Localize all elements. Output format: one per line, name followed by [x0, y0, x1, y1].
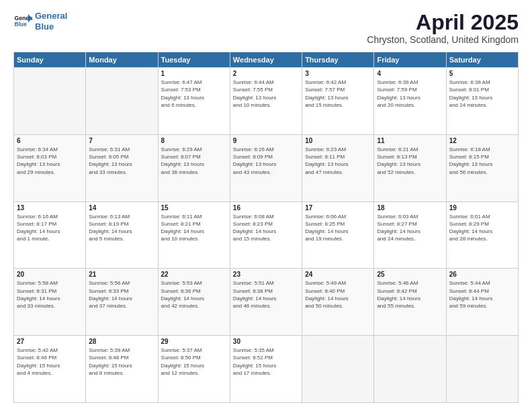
day-info: Sunrise: 5:46 AM Sunset: 8:42 PM Dayligh… [377, 279, 443, 310]
day-number: 20 [17, 271, 83, 278]
calendar-day: 27Sunrise: 5:42 AM Sunset: 8:46 PM Dayli… [14, 336, 86, 403]
col-tuesday: Tuesday [158, 52, 230, 68]
day-number: 17 [305, 204, 371, 212]
day-number: 13 [17, 204, 83, 212]
calendar-day [14, 68, 86, 135]
calendar-header-row: Sunday Monday Tuesday Wednesday Thursday… [14, 52, 519, 68]
calendar-day: 1Sunrise: 6:47 AM Sunset: 7:53 PM Daylig… [158, 68, 230, 135]
calendar-day [446, 336, 518, 403]
day-info: Sunrise: 6:03 AM Sunset: 8:27 PM Dayligh… [377, 213, 443, 243]
day-info: Sunrise: 6:34 AM Sunset: 8:03 PM Dayligh… [17, 146, 83, 176]
day-info: Sunrise: 6:26 AM Sunset: 8:09 PM Dayligh… [233, 146, 299, 176]
col-wednesday: Wednesday [230, 52, 302, 68]
calendar-day: 26Sunrise: 5:44 AM Sunset: 8:44 PM Dayli… [446, 269, 518, 336]
day-info: Sunrise: 6:16 AM Sunset: 8:17 PM Dayligh… [17, 213, 83, 243]
logo-line2: Blue [35, 21, 54, 32]
calendar-day: 2Sunrise: 6:44 AM Sunset: 7:55 PM Daylig… [230, 68, 302, 135]
day-info: Sunrise: 5:44 AM Sunset: 8:44 PM Dayligh… [449, 279, 515, 310]
calendar-week-2: 13Sunrise: 6:16 AM Sunset: 8:17 PM Dayli… [14, 201, 519, 269]
logo-line1: General [35, 11, 67, 21]
day-number: 12 [449, 137, 515, 144]
calendar-day: 13Sunrise: 6:16 AM Sunset: 8:17 PM Dayli… [14, 201, 86, 269]
calendar-day: 25Sunrise: 5:46 AM Sunset: 8:42 PM Dayli… [374, 269, 446, 336]
day-number: 10 [305, 137, 371, 144]
day-number: 28 [89, 338, 154, 345]
logo-icon: General Blue [13, 12, 32, 31]
day-info: Sunrise: 5:39 AM Sunset: 8:48 PM Dayligh… [89, 347, 154, 377]
day-info: Sunrise: 6:13 AM Sunset: 8:19 PM Dayligh… [89, 213, 154, 243]
calendar-day: 22Sunrise: 5:53 AM Sunset: 8:36 PM Dayli… [158, 269, 230, 336]
day-info: Sunrise: 6:06 AM Sunset: 8:25 PM Dayligh… [305, 213, 371, 243]
day-number: 24 [305, 271, 371, 278]
calendar: Sunday Monday Tuesday Wednesday Thursday… [13, 52, 519, 403]
calendar-day: 19Sunrise: 6:01 AM Sunset: 8:29 PM Dayli… [446, 201, 518, 269]
col-sunday: Sunday [14, 52, 86, 68]
day-number: 3 [305, 70, 371, 77]
header: General Blue General Blue April 2025 Chr… [13, 11, 519, 45]
day-number: 11 [377, 137, 443, 144]
day-info: Sunrise: 6:47 AM Sunset: 7:53 PM Dayligh… [161, 79, 227, 109]
calendar-day: 21Sunrise: 5:56 AM Sunset: 8:33 PM Dayli… [86, 269, 158, 336]
subtitle: Chryston, Scotland, United Kingdom [367, 34, 519, 45]
calendar-day: 16Sunrise: 6:08 AM Sunset: 8:23 PM Dayli… [230, 201, 302, 269]
day-info: Sunrise: 6:23 AM Sunset: 8:11 PM Dayligh… [305, 146, 371, 176]
calendar-day: 20Sunrise: 5:58 AM Sunset: 8:31 PM Dayli… [14, 269, 86, 336]
col-friday: Friday [374, 52, 446, 68]
calendar-day: 7Sunrise: 6:31 AM Sunset: 8:05 PM Daylig… [86, 134, 158, 201]
calendar-week-0: 1Sunrise: 6:47 AM Sunset: 7:53 PM Daylig… [14, 68, 519, 135]
day-number: 5 [449, 70, 515, 77]
day-number: 1 [161, 70, 227, 77]
calendar-day [302, 336, 374, 403]
day-number: 30 [233, 338, 299, 345]
day-number: 15 [161, 204, 227, 212]
day-number: 7 [89, 137, 154, 144]
day-info: Sunrise: 6:44 AM Sunset: 7:55 PM Dayligh… [233, 79, 299, 109]
calendar-day: 6Sunrise: 6:34 AM Sunset: 8:03 PM Daylig… [14, 134, 86, 201]
calendar-day: 30Sunrise: 5:35 AM Sunset: 8:52 PM Dayli… [230, 336, 302, 403]
calendar-day: 10Sunrise: 6:23 AM Sunset: 8:11 PM Dayli… [302, 134, 374, 201]
day-number: 14 [89, 204, 154, 212]
calendar-day: 29Sunrise: 5:37 AM Sunset: 8:50 PM Dayli… [158, 336, 230, 403]
calendar-week-3: 20Sunrise: 5:58 AM Sunset: 8:31 PM Dayli… [14, 269, 519, 336]
day-number: 16 [233, 204, 299, 212]
day-info: Sunrise: 5:49 AM Sunset: 8:40 PM Dayligh… [305, 279, 371, 310]
day-info: Sunrise: 6:42 AM Sunset: 7:57 PM Dayligh… [305, 79, 371, 109]
page: General Blue General Blue April 2025 Chr… [0, 0, 532, 411]
day-number: 18 [377, 204, 443, 212]
logo-text: General Blue [35, 11, 67, 32]
day-number: 19 [449, 204, 515, 212]
day-number: 23 [233, 271, 299, 278]
day-info: Sunrise: 5:35 AM Sunset: 8:52 PM Dayligh… [233, 347, 299, 377]
day-info: Sunrise: 6:39 AM Sunset: 7:59 PM Dayligh… [377, 79, 443, 109]
calendar-day: 12Sunrise: 6:18 AM Sunset: 8:15 PM Dayli… [446, 134, 518, 201]
day-info: Sunrise: 6:36 AM Sunset: 8:01 PM Dayligh… [449, 79, 515, 109]
day-info: Sunrise: 6:11 AM Sunset: 8:21 PM Dayligh… [161, 213, 227, 243]
day-info: Sunrise: 5:53 AM Sunset: 8:36 PM Dayligh… [161, 279, 227, 310]
calendar-day: 11Sunrise: 6:21 AM Sunset: 8:13 PM Dayli… [374, 134, 446, 201]
day-info: Sunrise: 6:21 AM Sunset: 8:13 PM Dayligh… [377, 146, 443, 176]
calendar-day: 15Sunrise: 6:11 AM Sunset: 8:21 PM Dayli… [158, 201, 230, 269]
day-info: Sunrise: 6:08 AM Sunset: 8:23 PM Dayligh… [233, 213, 299, 243]
day-number: 26 [449, 271, 515, 278]
calendar-day: 3Sunrise: 6:42 AM Sunset: 7:57 PM Daylig… [302, 68, 374, 135]
calendar-day: 18Sunrise: 6:03 AM Sunset: 8:27 PM Dayli… [374, 201, 446, 269]
day-number: 4 [377, 70, 443, 77]
calendar-day [374, 336, 446, 403]
day-info: Sunrise: 6:29 AM Sunset: 8:07 PM Dayligh… [161, 146, 227, 176]
day-number: 6 [17, 137, 83, 144]
col-saturday: Saturday [446, 52, 518, 68]
day-number: 22 [161, 271, 227, 278]
day-number: 25 [377, 271, 443, 278]
calendar-day: 17Sunrise: 6:06 AM Sunset: 8:25 PM Dayli… [302, 201, 374, 269]
day-number: 9 [233, 137, 299, 144]
calendar-day: 4Sunrise: 6:39 AM Sunset: 7:59 PM Daylig… [374, 68, 446, 135]
calendar-day: 8Sunrise: 6:29 AM Sunset: 8:07 PM Daylig… [158, 134, 230, 201]
day-number: 8 [161, 137, 227, 144]
calendar-day: 9Sunrise: 6:26 AM Sunset: 8:09 PM Daylig… [230, 134, 302, 201]
calendar-day: 23Sunrise: 5:51 AM Sunset: 8:38 PM Dayli… [230, 269, 302, 336]
main-title: April 2025 [367, 11, 519, 34]
calendar-day: 5Sunrise: 6:36 AM Sunset: 8:01 PM Daylig… [446, 68, 518, 135]
col-thursday: Thursday [302, 52, 374, 68]
day-info: Sunrise: 5:42 AM Sunset: 8:46 PM Dayligh… [17, 347, 83, 377]
calendar-day [86, 68, 158, 135]
